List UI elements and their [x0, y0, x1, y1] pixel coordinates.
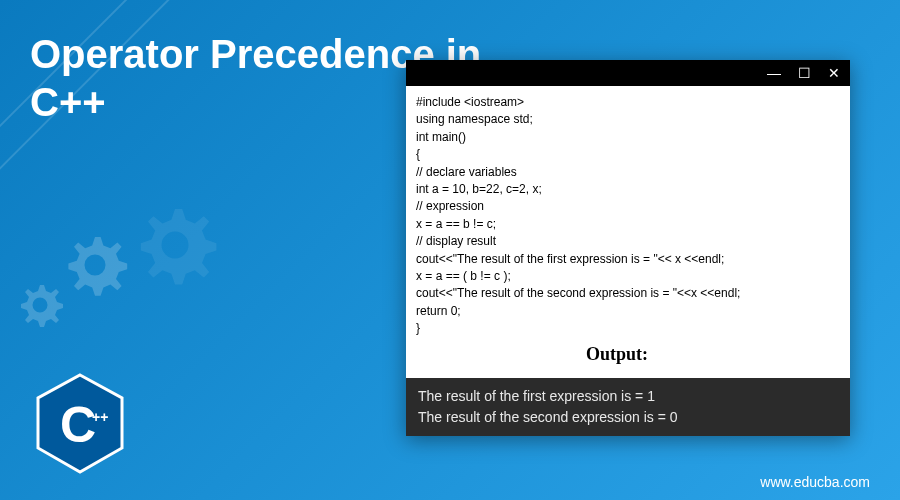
code-line: int a = 10, b=22, c=2, x; [416, 181, 840, 198]
output-line: The result of the second expression is =… [418, 407, 838, 428]
gear-icon [130, 200, 220, 290]
cpp-logo: C ++ [30, 370, 130, 480]
website-url: www.educba.com [760, 474, 870, 490]
code-line: x = a == b != c; [416, 216, 840, 233]
close-icon[interactable]: ✕ [824, 65, 844, 81]
logo-letter: C [60, 397, 96, 453]
gear-icon [15, 280, 65, 330]
code-line: #include <iostream> [416, 94, 840, 111]
code-line: x = a == ( b != c ); [416, 268, 840, 285]
output-box: The result of the first expression is = … [406, 378, 850, 436]
code-line: { [416, 146, 840, 163]
output-label: Output: [586, 341, 840, 367]
window-titlebar: — ☐ ✕ [406, 60, 850, 86]
code-line: cout<<"The result of the second expressi… [416, 285, 840, 302]
code-line: // declare variables [416, 164, 840, 181]
code-line: using namespace std; [416, 111, 840, 128]
maximize-icon[interactable]: ☐ [794, 65, 814, 81]
code-line: int main() [416, 129, 840, 146]
logo-plus: ++ [92, 409, 108, 425]
code-line: // display result [416, 233, 840, 250]
code-line: // expression [416, 198, 840, 215]
code-line: return 0; [416, 303, 840, 320]
code-line: } [416, 320, 840, 337]
gear-icon [60, 230, 130, 300]
minimize-icon[interactable]: — [764, 65, 784, 81]
code-body: #include <iostream> using namespace std;… [406, 86, 850, 376]
code-window: — ☐ ✕ #include <iostream> using namespac… [406, 60, 850, 436]
output-line: The result of the first expression is = … [418, 386, 838, 407]
code-line: cout<<"The result of the first expressio… [416, 251, 840, 268]
